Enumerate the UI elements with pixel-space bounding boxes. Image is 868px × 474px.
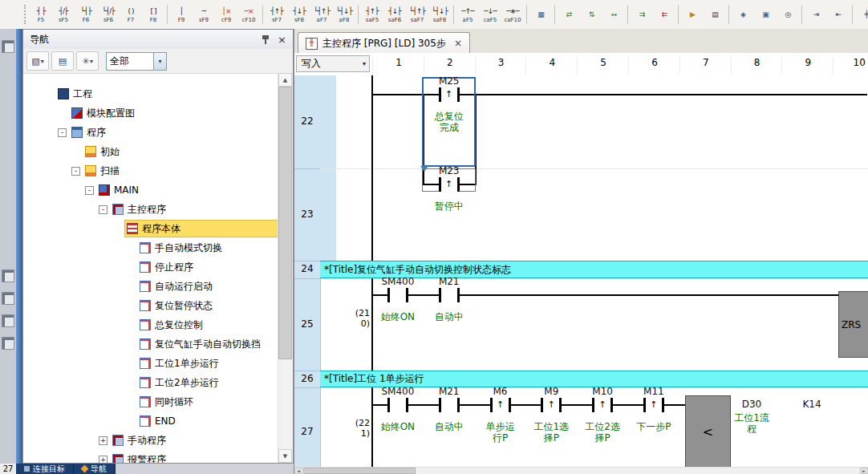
toolbar-button-falling-pulse[interactable]: ┤↓├sF8 (288, 2, 310, 27)
ladder-contact-SM400[interactable] (387, 398, 408, 412)
tree-expander-icon[interactable]: + (99, 436, 107, 445)
tree-item-9[interactable]: 停止程序 (23, 257, 278, 277)
toolbar-button-coil[interactable]: ( )F7 (120, 2, 142, 27)
tab-close-icon[interactable]: × (454, 38, 462, 49)
toolbar-button-pulse-closed-contact[interactable]: ┤↓├saF6 (383, 2, 406, 27)
ladder-contact-M10[interactable]: ↑ (592, 398, 613, 412)
tree-item-8[interactable]: 手自动模式切换 (23, 238, 278, 257)
chevron-down-icon[interactable]: ▾ (153, 53, 166, 70)
toolbar-button-insert-column[interactable]: ↔ (602, 2, 625, 27)
toolbar-button-shift-left[interactable]: ⇤ (827, 2, 850, 27)
tree-expander-icon[interactable]: - (85, 186, 94, 195)
toolbar-button-connect-line[interactable]: ⇉ (631, 2, 653, 27)
scrollbar-thumb[interactable] (303, 468, 416, 474)
toolbar-button-document[interactable]: ▤ (704, 2, 726, 27)
zrst-instruction-block[interactable]: ZRS (838, 291, 868, 358)
tree-item-1[interactable]: 模块配置图 (23, 103, 278, 123)
toolbar-button-delete-horizontal-line[interactable]: ─×cF10 (237, 2, 260, 27)
toolbar-button-pulse-closed-branch[interactable]: └┤↓├saF8 (428, 2, 451, 27)
toolbar-grip[interactable] (24, 5, 26, 24)
ladder-contact-M23[interactable]: ↑ (439, 177, 460, 192)
toolbar-button-pulse-open-branch[interactable]: └┤↑├saF7 (406, 2, 428, 27)
nav-tree-scrollbar[interactable]: ▲ ▼ (278, 73, 293, 463)
toolbar-button-rising-pulse-branch[interactable]: └┤↑├aF7 (310, 2, 333, 27)
toolbar-button-statement[interactable]: ▣ (754, 2, 777, 27)
tree-expander-icon[interactable]: - (99, 205, 107, 214)
toolbar-button-inline-st[interactable]: ▦ (529, 2, 552, 27)
scroll-up-button[interactable]: ▲ (278, 73, 292, 87)
pin-icon[interactable] (262, 34, 270, 44)
tree-item-16[interactable]: 同时循环 (23, 392, 278, 411)
toolbar-button-pulse-open-contact[interactable]: ┤↑├saF5 (361, 2, 383, 27)
toolbar-button-delete-vertical-line[interactable]: │×cF9 (215, 2, 237, 27)
toolbar-button-horizontal-line[interactable]: ─sF9 (193, 2, 215, 27)
background-window-icon (2, 40, 14, 53)
ladder-editor: ╫ 主控程序 [PRG] [LD] 305步 × 写入 ▾ 1234567891… (294, 29, 868, 474)
toolbar-button-device-comment[interactable]: ◈ (732, 2, 754, 27)
tab-main-program[interactable]: ╫ 主控程序 [PRG] [LD] 305步 × (298, 32, 470, 54)
toolbar-button-open-branch[interactable]: └┤├F6 (75, 2, 97, 27)
tree-item-6[interactable]: -主控程序 (23, 200, 278, 219)
toolbar-button-open-contact[interactable]: ┤ ├F5 (30, 2, 52, 27)
toolbar-button-result-rising-pulse[interactable]: ─↑─aF5 (456, 2, 479, 27)
scroll-right-button[interactable]: ► (860, 468, 868, 474)
tree-expander-icon[interactable]: + (99, 456, 107, 464)
tree-item-15[interactable]: 工位2单步运行 (23, 373, 278, 392)
toolbar-button-disconnect-line[interactable]: ⇇ (653, 2, 675, 27)
close-icon[interactable]: × (278, 34, 286, 45)
tree-item-14[interactable]: 工位1单步运行 (23, 354, 278, 373)
edit-mode-selector[interactable]: 写入 ▾ (296, 55, 370, 72)
list-view-button[interactable]: ▤ (51, 51, 74, 71)
ladder-contact-M11[interactable]: ↑ (643, 398, 664, 412)
ladder-column-header: 3 (475, 57, 527, 75)
tree-item-17[interactable]: END (23, 411, 278, 431)
tree-item-4[interactable]: -扫描 (23, 161, 278, 180)
toolbar-button-insert-row[interactable]: ⇅ (580, 2, 602, 27)
title-row-26[interactable]: *[Title]工位 1单步运行 (320, 371, 868, 387)
compare-instruction-block[interactable]: < (685, 395, 731, 468)
settings-button[interactable]: ✳ ▾ (76, 51, 99, 71)
tree-expander-icon[interactable]: - (71, 167, 80, 176)
tree-item-12[interactable]: 总复位控制 (23, 315, 278, 334)
tree-item-10[interactable]: 自动运行启动 (23, 277, 278, 296)
tree-item-2[interactable]: -程序 (23, 123, 278, 142)
toolbar-button-shift-right[interactable]: ⇥ (805, 2, 827, 27)
ladder-canvas[interactable]: 22 23 24 25 26 27 *[Title]复位气缸手动自动切换控制状态… (294, 75, 868, 468)
toolbar-button-find[interactable]: ◎ (777, 2, 799, 27)
filter-combobox[interactable]: 全部 ▾ (106, 52, 167, 71)
ladder-horizontal-scrollbar[interactable]: ◄ ► (294, 467, 868, 474)
tree-item-3[interactable]: 初始 (23, 142, 278, 161)
ladder-contact-M21[interactable] (439, 288, 460, 302)
toolbar-button-vertical-line[interactable]: │F9 (170, 2, 193, 27)
tab-connection-target[interactable]: 连接目标 (16, 464, 74, 474)
tree-view-button[interactable]: ▧ ▾ (26, 51, 49, 71)
tree-item-11[interactable]: 复位暂停状态 (23, 296, 278, 315)
tree-item-5[interactable]: -MAIN (23, 180, 278, 200)
tree-expander-icon[interactable]: - (58, 128, 67, 137)
tab-navigation[interactable]: 导航 (74, 464, 116, 474)
ladder-contact-M9[interactable]: ↑ (541, 398, 562, 412)
toolbar-button-execute[interactable]: ▶ (681, 2, 704, 27)
toolbar-button-program-common[interactable]: ╪ (855, 2, 868, 27)
tree-item-0[interactable]: 工程 (23, 84, 278, 103)
toolbar-button-falling-pulse-branch[interactable]: └┤↓├aF8 (333, 2, 355, 27)
toolbar-button-closed-contact[interactable]: ┤/├sF5 (52, 2, 75, 27)
toolbar-button-closed-branch[interactable]: └┤/├sF6 (97, 2, 120, 27)
scrollbar-thumb[interactable] (278, 87, 292, 359)
ladder-contact-M21[interactable] (439, 398, 460, 412)
ladder-contact-M6[interactable]: ↑ (490, 398, 511, 412)
tree-item-label: 停止程序 (155, 261, 193, 274)
tree-item-19[interactable]: +报警程序 (23, 450, 278, 463)
tree-item-13[interactable]: 复位气缸手动自动切换挡 (23, 334, 278, 354)
ladder-contact-SM400[interactable] (387, 288, 408, 302)
toolbar-button-rising-pulse[interactable]: ┤↑├sF7 (266, 2, 288, 27)
toolbar-button-result-falling-pulse[interactable]: ─↓─caF5 (479, 2, 501, 27)
toolbar-button-edit-line[interactable]: ⇄ (558, 2, 580, 27)
scroll-down-button[interactable]: ▼ (278, 449, 292, 463)
scroll-left-button[interactable]: ◄ (294, 468, 302, 474)
toolbar-button-application-instruction[interactable]: [ ]F8 (142, 2, 164, 27)
toolbar-button-result-invert[interactable]: ─∗─caF10 (501, 2, 524, 27)
ladder-contact-M25[interactable]: ↑ (439, 87, 460, 102)
tree-item-18[interactable]: +手动程序 (23, 431, 278, 450)
tree-item-7[interactable]: 程序本体 (23, 219, 278, 238)
